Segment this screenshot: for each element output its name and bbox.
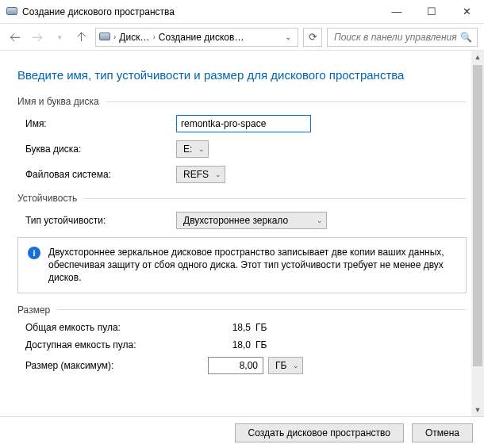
row-size: Размер (максимум): ГБ ⌄ (25, 357, 467, 374)
search-box[interactable]: 🔍 (327, 28, 478, 47)
breadcrumb[interactable]: › Диск… › Создание дисков… ⌄ (95, 28, 298, 47)
divider (106, 101, 467, 102)
chevron-down-icon: ⌄ (317, 216, 323, 224)
window-controls: — ☐ ✕ (379, 0, 484, 24)
recent-dropdown[interactable]: ▾ (51, 29, 68, 46)
page-title: Введите имя, тип устойчивости и размер д… (17, 68, 467, 82)
info-text: Двухстороннее зеркальное дисковое простр… (48, 246, 456, 285)
disk-icon (6, 6, 17, 17)
info-icon: i (28, 247, 40, 259)
scroll-up-button[interactable]: ▲ (471, 51, 484, 63)
section-size: Размер (17, 304, 467, 316)
row-resiliency-type: Тип устойчивости: Двухстороннее зеркало … (25, 212, 467, 229)
row-name: Имя: (25, 115, 467, 132)
breadcrumb-dropdown[interactable]: ⌄ (282, 33, 294, 41)
search-icon: 🔍 (460, 32, 472, 43)
refresh-button[interactable]: ⟳ (303, 28, 322, 47)
row-filesystem: Файловая система: REFS ⌄ (25, 166, 467, 183)
label-available-capacity: Доступная емкость пула: (25, 339, 208, 350)
create-button-label: Создать дисковое пространство (248, 427, 390, 438)
chevron-right-icon: › (113, 33, 116, 41)
titlebar: Создание дискового пространства — ☐ ✕ (0, 0, 484, 24)
content-area: Введите имя, тип устойчивости и размер д… (0, 51, 484, 416)
row-drive-letter: Буква диска: E: ⌄ (25, 140, 467, 158)
divider (83, 198, 467, 199)
section-resiliency: Устойчивость (17, 193, 467, 204)
window-title: Создание дискового пространства (22, 6, 379, 17)
total-capacity-unit: ГБ (255, 322, 267, 333)
navbar: 🡠 🡢 ▾ 🡡 › Диск… › Создание дисков… ⌄ ⟳ 🔍 (0, 24, 484, 51)
size-unit-select[interactable]: ГБ ⌄ (268, 357, 303, 374)
size-input[interactable] (208, 357, 263, 374)
label-filesystem: Файловая система: (25, 169, 176, 180)
footer: Создать дисковое пространство Отмена (0, 416, 484, 448)
divider (56, 309, 467, 310)
back-button[interactable]: 🡠 (6, 29, 24, 46)
cancel-button[interactable]: Отмена (412, 423, 473, 442)
search-input[interactable] (332, 31, 460, 44)
drive-letter-value: E: (183, 144, 192, 155)
row-total-capacity: Общая емкость пула: 18,5 ГБ (25, 322, 467, 333)
chevron-down-icon: ⌄ (215, 170, 221, 178)
label-drive-letter: Буква диска: (25, 144, 176, 155)
label-name: Имя: (25, 118, 176, 129)
available-capacity-value: 18,0 (208, 339, 255, 350)
section-name-letter: Имя и буква диска (17, 96, 467, 107)
forward-button[interactable]: 🡢 (29, 29, 46, 46)
name-input[interactable] (176, 115, 311, 132)
total-capacity-value: 18,5 (208, 322, 255, 333)
label-total-capacity: Общая емкость пула: (25, 322, 208, 333)
chevron-right-icon: › (152, 33, 155, 41)
up-button[interactable]: 🡡 (73, 29, 90, 46)
breadcrumb-item[interactable]: Создание дисков… (159, 32, 244, 43)
vertical-scrollbar[interactable]: ▲ ▼ (471, 51, 484, 416)
section-label: Имя и буква диска (17, 96, 99, 107)
breadcrumb-item[interactable]: Диск… (119, 32, 149, 43)
cancel-button-label: Отмена (425, 427, 459, 438)
label-size: Размер (максимум): (25, 360, 208, 371)
minimize-button[interactable]: — (379, 0, 414, 24)
available-capacity-unit: ГБ (255, 339, 267, 350)
row-available-capacity: Доступная емкость пула: 18,0 ГБ (25, 339, 467, 350)
disk-icon (99, 32, 110, 43)
section-label: Размер (17, 304, 50, 316)
maximize-button[interactable]: ☐ (414, 0, 449, 24)
scroll-thumb[interactable] (473, 65, 482, 366)
size-unit-value: ГБ (275, 360, 286, 371)
filesystem-value: REFS (183, 169, 209, 180)
resiliency-select[interactable]: Двухстороннее зеркало ⌄ (176, 212, 327, 229)
close-button[interactable]: ✕ (449, 0, 484, 24)
drive-letter-select[interactable]: E: ⌄ (176, 140, 209, 158)
filesystem-select[interactable]: REFS ⌄ (176, 166, 225, 183)
chevron-down-icon: ⌄ (293, 362, 299, 370)
label-resiliency-type: Тип устойчивости: (25, 215, 176, 226)
scroll-down-button[interactable]: ▼ (471, 404, 484, 416)
section-label: Устойчивость (17, 193, 77, 204)
info-box: i Двухстороннее зеркальное дисковое прос… (17, 237, 467, 293)
resiliency-value: Двухстороннее зеркало (183, 215, 288, 226)
create-button[interactable]: Создать дисковое пространство (235, 423, 404, 442)
chevron-down-icon: ⌄ (198, 145, 205, 153)
